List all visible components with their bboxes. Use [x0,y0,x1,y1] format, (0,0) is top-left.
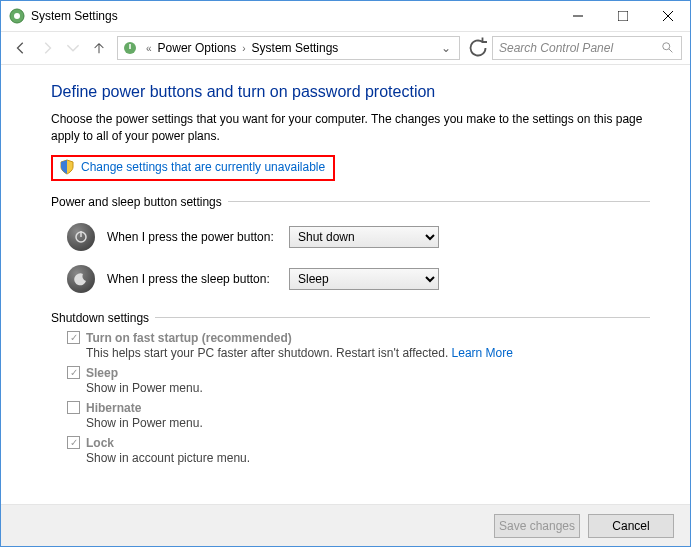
svg-point-7 [663,43,670,50]
sleep-row: Sleep Show in Power menu. [67,366,650,395]
search-placeholder: Search Control Panel [499,41,661,55]
save-button[interactable]: Save changes [494,514,580,538]
up-button[interactable] [87,36,111,60]
power-button-row: When I press the power button: Shut down [67,223,650,251]
recent-dropdown[interactable] [61,36,85,60]
window-title: System Settings [31,9,555,23]
svg-point-1 [14,13,20,19]
search-icon [661,41,675,55]
maximize-button[interactable] [600,1,645,31]
hibernate-checkbox [67,401,80,414]
sleep-button-select[interactable]: Sleep [289,268,439,290]
breadcrumb-item[interactable]: System Settings [250,41,341,55]
page-title: Define power buttons and turn on passwor… [51,83,650,101]
close-button[interactable] [645,1,690,31]
sleep-checkbox [67,366,80,379]
breadcrumb[interactable]: « Power Options › System Settings ⌄ [117,36,460,60]
back-button[interactable] [9,36,33,60]
section-header: Power and sleep button settings [51,195,650,209]
power-icon [67,223,95,251]
refresh-button[interactable] [466,36,490,60]
footer: Save changes Cancel [1,504,690,546]
hibernate-row: Hibernate Show in Power menu. [67,401,650,430]
minimize-button[interactable] [555,1,600,31]
sleep-desc: Show in Power menu. [86,381,650,395]
chevron-left-icon: « [142,43,156,54]
page-description: Choose the power settings that you want … [51,111,650,145]
lock-row: Lock Show in account picture menu. [67,436,650,465]
sleep-icon [67,265,95,293]
fast-startup-label: Turn on fast startup (recommended) [86,331,292,345]
hibernate-desc: Show in Power menu. [86,416,650,430]
lock-label: Lock [86,436,114,450]
section-header: Shutdown settings [51,311,650,325]
hibernate-label: Hibernate [86,401,141,415]
lock-desc: Show in account picture menu. [86,451,650,465]
cancel-button[interactable]: Cancel [588,514,674,538]
sleep-button-row: When I press the sleep button: Sleep [67,265,650,293]
search-input[interactable]: Search Control Panel [492,36,682,60]
sleep-label: Sleep [86,366,118,380]
highlighted-link-box: Change settings that are currently unava… [51,155,335,181]
chevron-right-icon: › [238,43,249,54]
forward-button[interactable] [35,36,59,60]
power-options-icon [122,40,138,56]
lock-checkbox [67,436,80,449]
titlebar: System Settings [1,1,690,31]
power-button-select[interactable]: Shut down [289,226,439,248]
shield-icon [59,159,75,175]
content-area: Define power buttons and turn on passwor… [1,65,690,504]
breadcrumb-item[interactable]: Power Options [156,41,239,55]
navbar: « Power Options › System Settings ⌄ Sear… [1,31,690,65]
fast-startup-row: Turn on fast startup (recommended) This … [67,331,650,360]
fast-startup-checkbox [67,331,80,344]
chevron-down-icon[interactable]: ⌄ [437,41,455,55]
sleep-button-label: When I press the sleep button: [107,272,277,286]
power-button-label: When I press the power button: [107,230,277,244]
change-settings-link[interactable]: Change settings that are currently unava… [81,160,325,174]
svg-rect-3 [618,11,628,21]
learn-more-link[interactable]: Learn More [452,346,513,360]
fast-startup-desc: This helps start your PC faster after sh… [86,346,650,360]
svg-line-8 [669,49,673,53]
control-panel-icon [9,8,25,24]
